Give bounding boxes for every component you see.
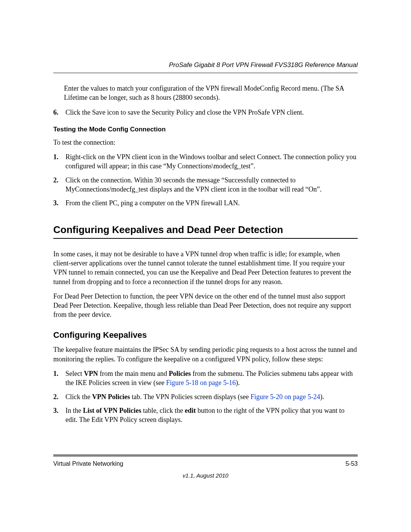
bold-text: VPN bbox=[84, 370, 98, 377]
step-list-continued: 6. Click the Save icon to save the Secur… bbox=[53, 108, 358, 117]
step-marker: 3. bbox=[53, 406, 59, 415]
step-text: Click the VPN Policies tab. The VPN Poli… bbox=[65, 393, 324, 401]
bold-text: VPN Policies bbox=[92, 393, 130, 401]
step-text: Select VPN from the main menu and Polici… bbox=[65, 370, 353, 387]
keepalives-steps: 1. Select VPN from the main menu and Pol… bbox=[53, 369, 358, 424]
step-text: Click the Save icon to save the Security… bbox=[65, 109, 304, 116]
section-heading: Configuring Keepalives and Dead Peer Det… bbox=[53, 223, 358, 236]
figure-link[interactable]: Figure 5-18 on page 5-16 bbox=[166, 379, 236, 387]
figure-link[interactable]: Figure 5-20 on page 5-24 bbox=[250, 393, 320, 401]
step-6: 6. Click the Save icon to save the Secur… bbox=[53, 108, 358, 117]
step-marker: 2. bbox=[53, 392, 59, 401]
text-fragment: from the main menu and bbox=[98, 370, 169, 377]
testing-lead: To test the connection: bbox=[53, 138, 358, 147]
section-para-2: For Dead Peer Detection to function, the… bbox=[53, 292, 358, 320]
step-text: Right-click on the VPN client icon in th… bbox=[65, 153, 357, 170]
testing-step-3: 3. From the client PC, ping a computer o… bbox=[53, 198, 358, 208]
step-marker: 3. bbox=[53, 198, 59, 208]
intro-block: Enter the values to match your configura… bbox=[53, 84, 358, 102]
bold-text: Policies bbox=[169, 370, 191, 377]
text-fragment: tab. The VPN Policies screen displays (s… bbox=[130, 393, 250, 401]
text-fragment: table, click the bbox=[141, 407, 185, 414]
keepalives-step-1: 1. Select VPN from the main menu and Pol… bbox=[53, 369, 358, 388]
text-fragment: ). bbox=[320, 393, 324, 401]
step-marker: 1. bbox=[53, 369, 59, 378]
section-rule bbox=[53, 238, 358, 239]
section-para-1: In some cases, it may not be desirable t… bbox=[53, 249, 358, 286]
manual-page: ProSafe Gigabit 8 Port VPN Firewall FVS3… bbox=[0, 0, 411, 532]
testing-step-2: 2. Click on the connection. Within 30 se… bbox=[53, 176, 358, 194]
footer-rule-heavy bbox=[53, 455, 358, 455]
footer-rule-light bbox=[53, 456, 358, 457]
header-rule bbox=[53, 73, 358, 73]
testing-subsection-title: Testing the Mode Config Connection bbox=[53, 125, 358, 134]
footer-version: v1.1, August 2010 bbox=[53, 472, 358, 479]
keepalives-step-2: 2. Click the VPN Policies tab. The VPN P… bbox=[53, 392, 358, 401]
text-fragment: In the bbox=[65, 407, 83, 414]
footer-chapter: Virtual Private Networking bbox=[53, 460, 123, 468]
footer-page-number: 5-53 bbox=[346, 460, 358, 468]
step-marker: 6. bbox=[53, 108, 59, 117]
text-fragment: ). bbox=[236, 379, 240, 387]
running-header: ProSafe Gigabit 8 Port VPN Firewall FVS3… bbox=[53, 61, 358, 70]
testing-steps: 1. Right-click on the VPN client icon in… bbox=[53, 152, 358, 208]
step-text: Click on the connection. Within 30 secon… bbox=[65, 176, 322, 193]
footer-line: Virtual Private Networking 5-53 bbox=[53, 460, 358, 468]
step-text: In the List of VPN Policies table, click… bbox=[65, 407, 344, 423]
text-fragment: Click the bbox=[65, 393, 92, 401]
keepalives-step-3: 3. In the List of VPN Policies table, cl… bbox=[53, 406, 358, 425]
bold-text: edit bbox=[185, 407, 196, 414]
keepalives-lead: The keepalive feature maintains the IPSe… bbox=[53, 345, 358, 364]
step-marker: 2. bbox=[53, 176, 59, 185]
step-marker: 1. bbox=[53, 152, 59, 161]
step-text: From the client PC, ping a computer on t… bbox=[65, 199, 240, 207]
bold-text: List of VPN Policies bbox=[83, 407, 141, 414]
intro-paragraph: Enter the values to match your configura… bbox=[64, 84, 358, 102]
testing-step-1: 1. Right-click on the VPN client icon in… bbox=[53, 152, 358, 171]
text-fragment: Select bbox=[65, 370, 84, 377]
keepalives-heading: Configuring Keepalives bbox=[53, 329, 358, 341]
